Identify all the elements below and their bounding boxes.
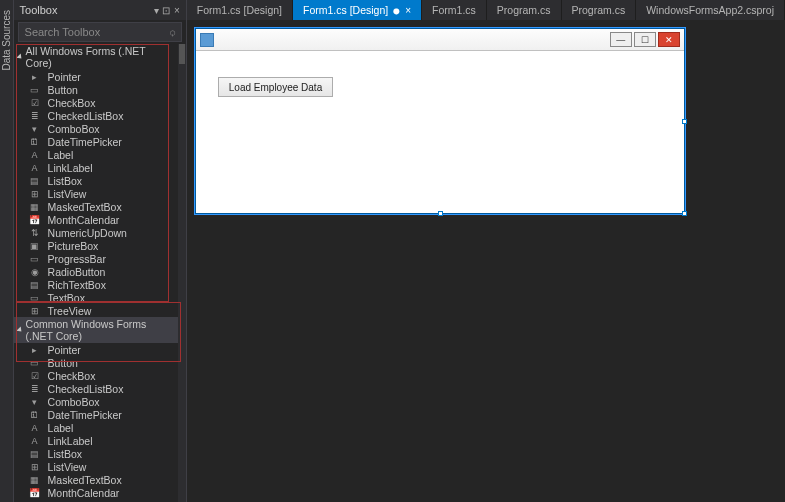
close-button[interactable]: ✕: [658, 32, 680, 47]
toolbox-item[interactable]: ▸Pointer: [14, 70, 178, 83]
toolbox-item-label: Label: [48, 149, 74, 161]
toolbox-item[interactable]: ⊞ListView: [14, 460, 178, 473]
toolbox-item[interactable]: ▾ComboBox: [14, 395, 178, 408]
toolbox-item[interactable]: 📅MonthCalendar: [14, 213, 178, 226]
toolbox-item[interactable]: ▭Button: [14, 83, 178, 96]
toolbox-item-label: DateTimePicker: [48, 409, 122, 421]
toolbox-item[interactable]: ▣PictureBox: [14, 239, 178, 252]
toolbox-item-label: TextBox: [48, 292, 85, 304]
minimize-button[interactable]: —: [610, 32, 632, 47]
form-titlebar[interactable]: — ☐ ✕: [196, 29, 684, 51]
toolbox-item[interactable]: ⊞ListView: [14, 187, 178, 200]
resize-handle[interactable]: [682, 211, 687, 216]
toolbox-item-label: PictureBox: [48, 240, 99, 252]
toolbox-item[interactable]: ALabel: [14, 421, 178, 434]
control-icon: ▣: [28, 240, 42, 252]
toolbox-item[interactable]: 📅MonthCalendar: [14, 486, 178, 499]
form-designer-surface[interactable]: — ☐ ✕ Load Employee Data: [187, 20, 785, 502]
document-tab[interactable]: WindowsFormsApp2.csproj: [636, 0, 785, 20]
toolbox-item[interactable]: ⊞TreeView: [14, 304, 178, 317]
control-icon: 📅: [28, 214, 42, 226]
window-buttons: — ☐ ✕: [610, 32, 680, 47]
toolbox-item[interactable]: ⇅NumericUpDown: [14, 226, 178, 239]
load-employee-data-button[interactable]: Load Employee Data: [218, 77, 333, 97]
toolbox-item[interactable]: ▤ListBox: [14, 174, 178, 187]
toolbox-item[interactable]: ▦MaskedTextBox: [14, 473, 178, 486]
control-icon: 🗓: [28, 409, 42, 421]
scrollbar[interactable]: [178, 44, 186, 502]
toolbox-item-label: ListBox: [48, 175, 82, 187]
document-tab[interactable]: Form1.cs [Design]⬤×: [293, 0, 422, 20]
document-tab[interactable]: Program.cs: [487, 0, 562, 20]
toolbox-category[interactable]: All Windows Forms (.NET Core): [14, 44, 178, 70]
app-icon: [200, 33, 214, 47]
toolbox-item-label: Pointer: [48, 344, 81, 356]
control-icon: ▭: [28, 253, 42, 265]
toolbox-item[interactable]: ☑CheckBox: [14, 96, 178, 109]
toolbox-item-label: ListBox: [48, 448, 82, 460]
toolbox-item[interactable]: ALabel: [14, 148, 178, 161]
toolbox-item[interactable]: ≣CheckedListBox: [14, 382, 178, 395]
control-icon: 📅: [28, 487, 42, 499]
panel-title: Toolbox: [20, 4, 58, 16]
tab-data-sources[interactable]: Data Sources: [1, 6, 12, 75]
toolbox-item[interactable]: 🗓DateTimePicker: [14, 408, 178, 421]
editor-area: Form1.cs [Design]Form1.cs [Design]⬤×Form…: [187, 0, 785, 502]
pin-icon[interactable]: ⬤: [393, 7, 400, 14]
toolbox-item-label: Button: [48, 84, 78, 96]
toolbox-item-label: MaskedTextBox: [48, 201, 122, 213]
toolbox-item[interactable]: ▦MaskedTextBox: [14, 200, 178, 213]
category-label: All Windows Forms (.NET Core): [26, 45, 174, 69]
toolbox-item[interactable]: ▭TextBox: [14, 291, 178, 304]
resize-handle[interactable]: [682, 119, 687, 124]
document-tabs: Form1.cs [Design]Form1.cs [Design]⬤×Form…: [187, 0, 785, 20]
toolbox-item[interactable]: ≣CheckedListBox: [14, 109, 178, 122]
close-icon[interactable]: ×: [174, 5, 180, 16]
toolbox-category[interactable]: Common Windows Forms (.NET Core): [14, 317, 178, 343]
toolbox-item[interactable]: 🗓DateTimePicker: [14, 135, 178, 148]
tab-label: Form1.cs: [432, 4, 476, 16]
toolbox-item[interactable]: ALinkLabel: [14, 434, 178, 447]
control-icon: ▾: [28, 396, 42, 408]
search-input[interactable]: Search Toolbox ⌕: [18, 22, 182, 42]
toolbox-item-label: LinkLabel: [48, 162, 93, 174]
control-icon: ◉: [28, 266, 42, 278]
search-placeholder: Search Toolbox: [25, 26, 101, 38]
toolbox-item[interactable]: ▤RichTextBox: [14, 278, 178, 291]
form-client-area[interactable]: Load Employee Data: [196, 51, 684, 123]
vertical-tabstrip: Data Sources: [0, 0, 14, 502]
toolbox-item-label: ListView: [48, 461, 87, 473]
toolbox-item[interactable]: ▭Button: [14, 356, 178, 369]
control-icon: ⊞: [28, 305, 42, 317]
form-window[interactable]: — ☐ ✕ Load Employee Data: [195, 28, 685, 214]
close-icon[interactable]: ×: [405, 5, 411, 16]
toolbox-item-label: RichTextBox: [48, 279, 106, 291]
toolbox-item[interactable]: ◉RadioButton: [14, 265, 178, 278]
toolbox-item-label: Label: [48, 422, 74, 434]
maximize-button[interactable]: ☐: [634, 32, 656, 47]
toolbox-item-label: NumericUpDown: [48, 227, 127, 239]
toolbox-item-label: Pointer: [48, 71, 81, 83]
document-tab[interactable]: Form1.cs [Design]: [187, 0, 293, 20]
toolbox-item[interactable]: ☑CheckBox: [14, 369, 178, 382]
control-icon: ▭: [28, 84, 42, 96]
panel-options-icon[interactable]: ▾ ⊡: [154, 5, 170, 16]
toolbox-item-label: TreeView: [48, 305, 92, 317]
toolbox-item[interactable]: ▸Pointer: [14, 343, 178, 356]
toolbox-item[interactable]: ▭ProgressBar: [14, 252, 178, 265]
toolbox-item-label: MonthCalendar: [48, 487, 120, 499]
scroll-thumb[interactable]: [179, 44, 185, 64]
tab-label: Program.cs: [497, 4, 551, 16]
document-tab[interactable]: Form1.cs: [422, 0, 487, 20]
toolbox-item[interactable]: ALinkLabel: [14, 161, 178, 174]
control-icon: ▦: [28, 474, 42, 486]
toolbox-item-label: DateTimePicker: [48, 136, 122, 148]
document-tab[interactable]: Program.cs: [562, 0, 637, 20]
toolbox-item[interactable]: ▾ComboBox: [14, 122, 178, 135]
resize-handle[interactable]: [438, 211, 443, 216]
control-icon: ▸: [28, 344, 42, 356]
control-icon: A: [28, 149, 42, 161]
tab-label: Program.cs: [572, 4, 626, 16]
toolbox-item[interactable]: ▤ListBox: [14, 447, 178, 460]
toolbox-item-label: ProgressBar: [48, 253, 106, 265]
